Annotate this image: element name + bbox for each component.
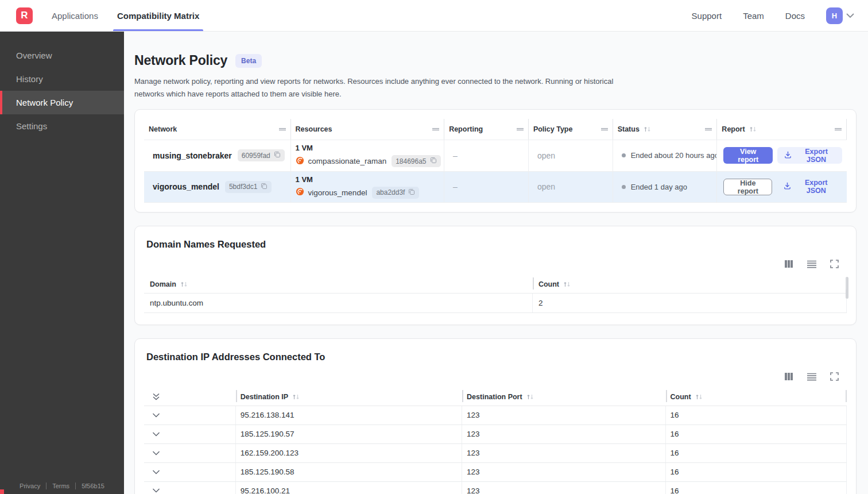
sort-icon[interactable] (695, 393, 703, 400)
reporting-cell: – (444, 172, 529, 202)
chevron-down-icon[interactable] (152, 413, 160, 418)
network-cell: musing_stonebraker 60959fad (144, 140, 291, 171)
vm-icon (296, 156, 304, 167)
sort-icon[interactable] (292, 393, 300, 400)
privacy-link[interactable]: Privacy (20, 483, 40, 489)
sort-icon[interactable] (749, 126, 757, 133)
chevron-down-icon[interactable] (152, 470, 160, 474)
destinations-card: Destination IP Addresses Connected To De… (134, 338, 857, 494)
sort-icon[interactable] (526, 393, 534, 400)
vm-icon (296, 187, 304, 198)
domains-card-title: Domain Names Requested (144, 239, 847, 250)
drag-handle-icon[interactable] (427, 127, 440, 132)
destination-port-cell: 123 (462, 463, 665, 481)
sidebar-item-overview[interactable]: Overview (0, 44, 124, 67)
chevron-down-icon[interactable] (152, 488, 160, 493)
count-cell: 2 (533, 294, 847, 312)
fullscreen-icon[interactable] (830, 372, 839, 381)
column-header-count[interactable]: Count (533, 276, 847, 293)
destination-row[interactable]: 95.216.100.21 123 16 (144, 481, 847, 494)
report-cell: Hide report Export JSON (717, 172, 847, 202)
sidebar-item-history[interactable]: History (0, 67, 124, 91)
destinations-table-header: Destination IP Destination Port Count (144, 388, 847, 406)
app-logo[interactable]: R (16, 7, 33, 24)
column-header-policy-type: Policy Type (529, 119, 613, 140)
column-header-destination-port[interactable]: Destination Port (462, 388, 665, 406)
expand-all-header[interactable] (144, 388, 236, 406)
network-row[interactable]: musing_stonebraker 60959fad 1 VM compass… (144, 140, 847, 171)
destination-port-cell: 123 (462, 406, 665, 424)
network-id-badge: 60959fad (238, 149, 285, 161)
chevron-down-icon[interactable] (152, 451, 160, 456)
column-header-status[interactable]: Status (613, 119, 718, 140)
columns-icon[interactable] (784, 372, 793, 381)
sidebar-nav: Overview History Network Policy Settings (0, 32, 124, 138)
user-menu[interactable]: H (826, 7, 854, 24)
tab-applications[interactable]: Applications (52, 0, 98, 31)
footer-divider (46, 483, 46, 489)
user-avatar[interactable]: H (826, 7, 843, 24)
column-header-report[interactable]: Report (717, 119, 847, 140)
terms-link[interactable]: Terms (52, 483, 69, 489)
destination-ip-cell: 185.125.190.58 (236, 463, 462, 481)
export-json-button[interactable]: Export JSON (777, 147, 842, 164)
columns-icon[interactable] (784, 260, 793, 268)
count-cell: 16 (666, 482, 847, 494)
drag-handle-icon[interactable] (830, 127, 842, 132)
destination-ip-cell: 185.125.190.57 (236, 425, 462, 443)
destination-row[interactable]: 95.216.138.141 123 16 (144, 406, 847, 424)
expand-cell (144, 406, 236, 424)
export-json-button[interactable]: Export JSON (777, 179, 842, 195)
destination-row[interactable]: 185.125.190.58 123 16 (144, 462, 847, 481)
rows-icon[interactable] (807, 373, 817, 381)
domains-table-header: Domain Count (144, 276, 847, 293)
domain-cell: ntp.ubuntu.com (144, 294, 533, 312)
destination-ip-cell: 162.159.200.123 (236, 444, 462, 462)
copy-icon[interactable] (274, 151, 281, 160)
sidebar-item-network-policy[interactable]: Network Policy (0, 91, 124, 114)
copy-icon[interactable] (408, 188, 415, 197)
domains-card: Domain Names Requested Domain Count (134, 226, 857, 325)
sidebar: Overview History Network Policy Settings… (0, 32, 124, 494)
column-header-network: Network (144, 119, 291, 140)
sort-icon[interactable] (180, 281, 188, 288)
expand-all-icon[interactable] (152, 393, 160, 400)
drag-handle-icon[interactable] (512, 127, 524, 132)
chevron-down-icon[interactable] (152, 432, 160, 437)
policy-type-cell: open (529, 172, 613, 202)
sort-icon[interactable] (644, 126, 651, 133)
resources-cell: 1 VM compassionate_raman 184696a5 (291, 140, 445, 171)
link-support[interactable]: Support (692, 11, 722, 21)
tab-compatibility-matrix[interactable]: Compatibility Matrix (117, 0, 199, 31)
column-header-destination-ip[interactable]: Destination IP (236, 388, 462, 406)
column-header-reporting: Reporting (444, 119, 529, 140)
report-cell: View report Export JSON (717, 140, 847, 171)
copy-icon[interactable] (430, 157, 437, 165)
destination-row[interactable]: 185.125.190.57 123 16 (144, 424, 847, 443)
destination-port-cell: 123 (462, 444, 665, 462)
domain-row[interactable]: ntp.ubuntu.com 2 (144, 293, 847, 313)
column-header-resources: Resources (291, 119, 445, 140)
network-id-badge: 5bdf3dc1 (225, 181, 272, 193)
sort-icon[interactable] (563, 281, 571, 288)
sidebar-item-settings[interactable]: Settings (0, 114, 124, 138)
drag-handle-icon[interactable] (700, 127, 712, 132)
resource-id-badge: aba2dd3f (372, 187, 419, 199)
hide-report-button[interactable]: Hide report (723, 179, 772, 195)
link-team[interactable]: Team (743, 11, 764, 21)
topbar: R Applications Compatibility Matrix Supp… (0, 0, 868, 32)
destination-row[interactable]: 162.159.200.123 123 16 (144, 443, 847, 462)
drag-handle-icon[interactable] (596, 127, 609, 132)
fullscreen-icon[interactable] (830, 260, 839, 268)
column-header-count[interactable]: Count (666, 388, 847, 406)
link-docs[interactable]: Docs (785, 11, 805, 21)
app-shell: Overview History Network Policy Settings… (0, 32, 868, 494)
drag-handle-icon[interactable] (274, 127, 286, 132)
chevron-down-icon[interactable] (846, 10, 854, 21)
rows-icon[interactable] (807, 260, 817, 268)
status-dot (622, 153, 626, 157)
view-report-button[interactable]: View report (723, 147, 773, 164)
column-header-domain[interactable]: Domain (144, 276, 533, 293)
network-row[interactable]: vigorous_mendel 5bdf3dc1 1 VM vigorous_m… (144, 171, 847, 203)
copy-icon[interactable] (261, 183, 268, 191)
